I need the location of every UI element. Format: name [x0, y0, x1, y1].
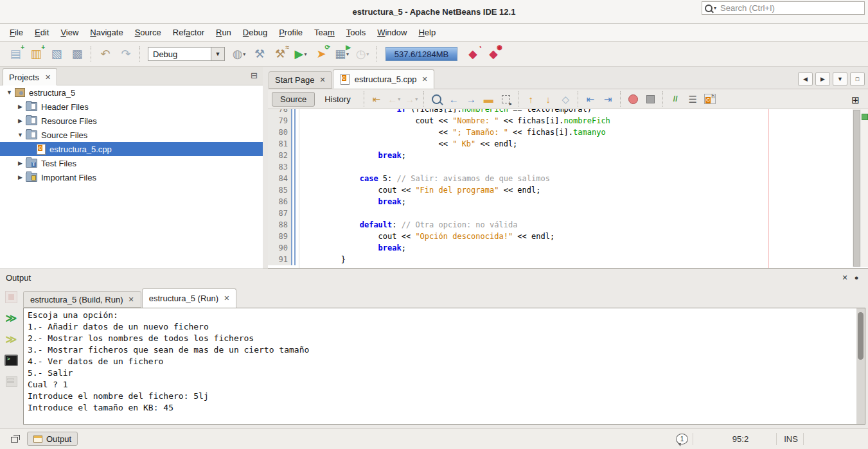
menu-profile[interactable]: Profile: [273, 25, 308, 40]
close-tab-icon[interactable]: ✕: [422, 75, 428, 84]
line-number[interactable]: 78: [268, 109, 291, 115]
line-number[interactable]: 88: [268, 219, 291, 231]
line-number[interactable]: 84: [268, 173, 291, 184]
save-all-icon[interactable]: ▩: [67, 44, 87, 64]
collapsed-arrow-icon[interactable]: ▶: [16, 174, 24, 180]
configuration-combobox[interactable]: Debug ▼: [148, 47, 225, 61]
menu-view[interactable]: View: [55, 25, 84, 40]
output-vertical-scrollbar[interactable]: [856, 308, 865, 424]
run-project-icon[interactable]: ▶▾: [290, 44, 311, 64]
rerun-icon[interactable]: ≫: [4, 311, 19, 325]
expanded-arrow-icon[interactable]: ▼: [16, 132, 24, 138]
toggle-header-source-icon[interactable]: [702, 91, 719, 107]
float-indicator-icon[interactable]: ●: [851, 272, 862, 283]
menu-edit[interactable]: Edit: [29, 25, 55, 40]
menu-tools[interactable]: Tools: [341, 25, 371, 40]
previous-bookmark-icon[interactable]: ↑: [522, 91, 540, 107]
shift-line-left-icon[interactable]: ⇤: [582, 91, 599, 107]
notifications-icon[interactable]: 1: [676, 434, 688, 445]
line-number[interactable]: 87: [268, 207, 291, 219]
editor-tab-start-page[interactable]: Start Page✕: [269, 71, 332, 89]
menu-window[interactable]: Window: [371, 25, 412, 40]
caret-position[interactable]: 95:2: [707, 434, 774, 444]
minimize-panel-icon[interactable]: ⊟: [251, 71, 258, 80]
source-view-button[interactable]: Source: [272, 92, 315, 107]
output-tab-estructura-5-run[interactable]: estructura_5 (Run)✕: [142, 288, 237, 308]
build-project-icon[interactable]: ⚒: [249, 44, 270, 64]
search-dropdown-icon[interactable]: ▾: [714, 5, 716, 11]
insert-mode[interactable]: INS: [781, 434, 801, 444]
toggle-rectangular-selection-icon[interactable]: [497, 91, 515, 107]
snapshot-stop-icon[interactable]: ◆◉: [483, 44, 504, 64]
profile-project-icon[interactable]: ▦▶▾: [332, 44, 352, 64]
menu-refactor[interactable]: Refactor: [167, 25, 210, 40]
projects-tab[interactable]: Projects ✕: [3, 68, 57, 85]
open-terminal-icon[interactable]: [4, 353, 19, 367]
tree-item-important-files[interactable]: ▶Important Files: [0, 170, 263, 184]
output-tab-estructura-5-build-run[interactable]: estructura_5 (Build, Run)✕: [23, 291, 141, 308]
tree-item-estructura-5-cpp[interactable]: estructura_5.cpp: [0, 142, 263, 156]
find-next-occurrence-icon[interactable]: →: [463, 91, 480, 107]
no-errors-indicator[interactable]: [862, 114, 868, 120]
split-document-icon[interactable]: ⊞: [847, 92, 864, 107]
line-number[interactable]: 90: [268, 242, 291, 254]
line-number[interactable]: 91: [268, 254, 291, 265]
line-number[interactable]: 79: [268, 115, 291, 127]
combobox-dropdown-icon[interactable]: ▼: [211, 48, 224, 60]
menu-run[interactable]: Run: [210, 25, 237, 40]
line-number[interactable]: 89: [268, 231, 291, 242]
next-bookmark-icon[interactable]: ↓: [540, 91, 557, 107]
line-number[interactable]: 85: [268, 184, 291, 196]
output-console[interactable]: Escoja una opción:1.- Añadir datos de un…: [23, 308, 865, 425]
collapsed-arrow-icon[interactable]: ▶: [16, 160, 24, 166]
code-editor[interactable]: 78 if (fichas[i].nombreFich == textoTemp…: [268, 109, 868, 269]
tree-item-test-files[interactable]: ▶Test Files: [0, 156, 263, 170]
undo-icon[interactable]: ↶: [95, 44, 116, 64]
editor-vertical-scrollbar[interactable]: [853, 109, 861, 267]
menu-source[interactable]: Source: [129, 25, 167, 40]
tree-item-source-files[interactable]: ▼Source Files: [0, 128, 263, 142]
line-number[interactable]: 80: [268, 127, 291, 138]
maximize-editor-icon[interactable]: □: [850, 72, 865, 86]
scrollbar-thumb[interactable]: [853, 110, 860, 267]
line-number[interactable]: 81: [268, 138, 291, 150]
menu-file[interactable]: File: [4, 25, 29, 40]
collapsed-arrow-icon[interactable]: ▶: [16, 118, 24, 124]
output-minimized-button[interactable]: Output: [27, 432, 78, 446]
line-number[interactable]: 83: [268, 161, 291, 173]
uncomment-icon[interactable]: ☰: [684, 91, 702, 107]
tree-item-header-files[interactable]: ▶Header Files: [0, 100, 263, 114]
close-tab-icon[interactable]: ✕: [319, 76, 325, 84]
globe-icon[interactable]: ◍▾: [229, 44, 249, 64]
new-project-icon[interactable]: ▥+: [26, 44, 46, 64]
toggle-highlight-search-icon[interactable]: ▬: [480, 91, 497, 107]
search-box[interactable]: ▾ Search (Ctrl+I): [702, 1, 865, 15]
close-tab-icon[interactable]: ✕: [128, 295, 134, 304]
menu-debug[interactable]: Debug: [237, 25, 273, 40]
projects-tree[interactable]: ▼estructura_5▶Header Files▶Resource File…: [0, 85, 263, 269]
restore-window-group-icon[interactable]: [11, 437, 18, 443]
scroll-tabs-right-icon[interactable]: ▶: [815, 72, 830, 86]
find-previous-occurrence-icon[interactable]: ←: [445, 91, 463, 107]
snapshot-clock-icon[interactable]: ◆◔: [463, 44, 483, 64]
menu-team[interactable]: Team: [308, 25, 341, 40]
panel-splitter[interactable]: [263, 67, 268, 269]
comment-icon[interactable]: //: [667, 91, 684, 107]
rerun-with-args-icon[interactable]: ≫: [4, 332, 19, 346]
line-number[interactable]: 86: [268, 196, 291, 207]
start-macro-recording-icon[interactable]: [624, 91, 642, 107]
menu-help[interactable]: Help: [412, 25, 441, 40]
tree-item-resource-files[interactable]: ▶Resource Files: [0, 114, 263, 128]
tab-list-icon[interactable]: ▼: [833, 72, 847, 86]
search-input[interactable]: Search (Ctrl+I): [720, 3, 775, 13]
stop-macro-recording-icon[interactable]: [642, 91, 659, 107]
output-scrollbar-thumb[interactable]: [858, 312, 864, 360]
debug-project-icon[interactable]: ➤⟳: [311, 44, 332, 64]
scroll-tabs-left-icon[interactable]: ◀: [798, 72, 813, 86]
expanded-arrow-icon[interactable]: ▼: [5, 89, 13, 96]
clean-build-project-icon[interactable]: ⚒≈: [270, 44, 290, 64]
open-project-icon[interactable]: ▧: [46, 44, 67, 64]
close-tab-icon[interactable]: ✕: [224, 294, 229, 303]
projects-close-icon[interactable]: ✕: [45, 73, 51, 82]
history-view-button[interactable]: History: [316, 92, 359, 107]
